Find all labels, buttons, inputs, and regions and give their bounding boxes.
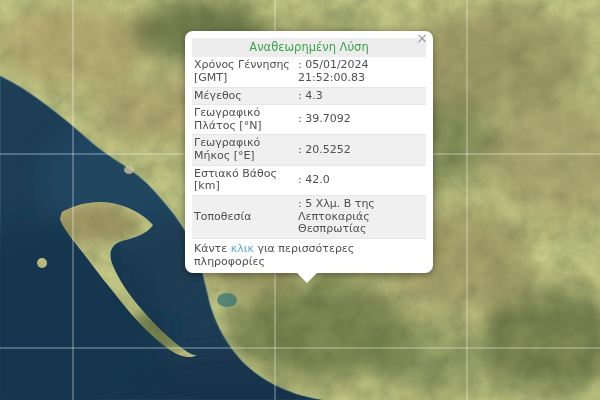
- row-value: : 39.7092: [296, 105, 426, 135]
- table-row: Τοποθεσία : 5 Χλμ. Β της Λεπτοκαριάς Θεσ…: [192, 195, 426, 238]
- popup-tail: [297, 273, 317, 283]
- row-value: : 05/01/2024 21:52:00.83: [296, 57, 426, 87]
- table-row: Μέγεθος : 4.3: [192, 87, 426, 105]
- earthquake-info-table: Χρόνος Γέννησης [GMT] : 05/01/2024 21:52…: [192, 57, 426, 239]
- beach: [124, 166, 134, 174]
- click-link[interactable]: κλικ: [231, 242, 254, 255]
- footer-text: Κάντε: [194, 242, 231, 255]
- row-label: Μέγεθος: [192, 87, 296, 105]
- popup-title: Αναθεωρημένη Λύση: [192, 38, 426, 57]
- row-value: : 5 Χλμ. Β της Λεπτοκαριάς Θεσπρωτίας: [296, 195, 426, 238]
- row-label: Γεωγραφικό Πλάτος [°N]: [192, 105, 296, 135]
- earthquake-popup: × Αναθεωρημένη Λύση Χρόνος Γέννησης [GMT…: [185, 31, 433, 273]
- close-icon[interactable]: ×: [416, 31, 428, 45]
- row-label: Χρόνος Γέννησης [GMT]: [192, 57, 296, 87]
- map-view: × Αναθεωρημένη Λύση Χρόνος Γέννησης [GMT…: [0, 0, 600, 400]
- row-label: Γεωγραφικό Μήκος [°E]: [192, 135, 296, 165]
- row-value: : 20.5252: [296, 135, 426, 165]
- row-value: : 4.3: [296, 87, 426, 105]
- row-value: : 42.0: [296, 165, 426, 195]
- islet: [37, 258, 47, 268]
- popup-footer: Κάντε κλικ για περισσότερες πληροφορίες: [192, 239, 426, 269]
- table-row: Χρόνος Γέννησης [GMT] : 05/01/2024 21:52…: [192, 57, 426, 87]
- table-row: Εστιακό Βάθος [km] : 42.0: [192, 165, 426, 195]
- table-row: Γεωγραφικό Μήκος [°E] : 20.5252: [192, 135, 426, 165]
- table-row: Γεωγραφικό Πλάτος [°N] : 39.7092: [192, 105, 426, 135]
- row-label: Εστιακό Βάθος [km]: [192, 165, 296, 195]
- row-label: Τοποθεσία: [192, 195, 296, 238]
- lagoon: [217, 293, 237, 307]
